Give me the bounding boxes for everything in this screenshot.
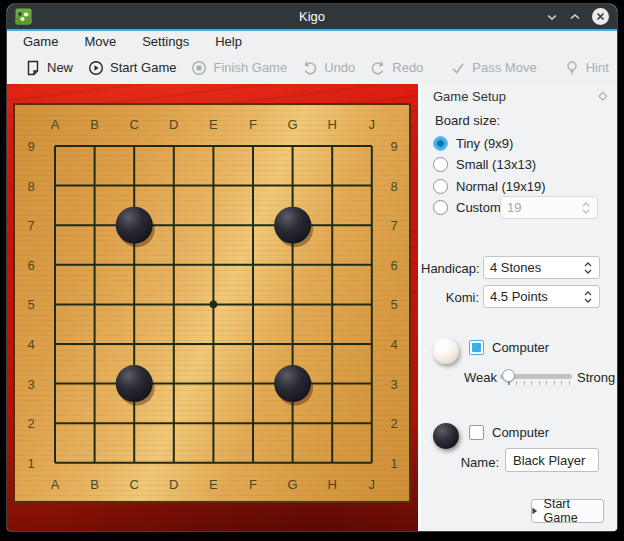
column-label: C <box>129 117 138 132</box>
row-label: 1 <box>27 455 34 470</box>
menu-bar: Game Move Settings Help <box>7 31 617 51</box>
game-setup-panel: Game Setup ◇ Board size: Tiny (9x9) Smal… <box>418 84 617 531</box>
radio-small[interactable]: Small (13x13) <box>433 157 536 172</box>
black-player-name-input[interactable] <box>505 448 599 472</box>
custom-size-spinbox[interactable]: 19 <box>500 196 598 219</box>
maximize-button[interactable] <box>569 13 581 21</box>
redo-arrow-icon <box>370 60 386 76</box>
name-label: Name: <box>421 455 499 470</box>
radio-custom[interactable]: Custom: <box>433 200 504 215</box>
close-button[interactable] <box>592 8 609 25</box>
menu-game[interactable]: Game <box>23 34 58 49</box>
black-stone[interactable] <box>274 207 311 244</box>
menu-help[interactable]: Help <box>215 34 242 49</box>
start-game-panel-button[interactable]: Start Game <box>531 499 604 523</box>
row-label: 9 <box>390 139 397 154</box>
window-title: Kigo <box>7 4 617 29</box>
white-stone-image <box>433 338 459 364</box>
column-label: H <box>327 477 336 492</box>
spinner-arrows-icon[interactable] <box>581 200 591 216</box>
radio-circle[interactable] <box>433 200 448 215</box>
checkmark-icon <box>450 60 466 76</box>
row-label: 3 <box>27 376 34 391</box>
white-computer-checkbox[interactable] <box>469 340 484 355</box>
komi-spinbox[interactable]: 4.5 Points <box>483 285 600 308</box>
kigo-window: Kigo Game Move Settings Help <box>7 4 617 531</box>
column-label: B <box>90 117 99 132</box>
go-board-area[interactable]: AABBCCDDEEFFGGHHJJ998877665544332211 <box>7 84 418 531</box>
pass-move-button[interactable]: Pass Move <box>450 60 536 76</box>
row-label: 6 <box>390 257 397 272</box>
radio-circle[interactable] <box>433 136 448 151</box>
column-label: C <box>129 477 138 492</box>
radio-tiny[interactable]: Tiny (9x9) <box>433 136 513 151</box>
lightbulb-icon <box>564 60 580 76</box>
column-label: G <box>288 117 298 132</box>
column-label: J <box>369 477 376 492</box>
black-stone[interactable] <box>116 365 153 402</box>
toolbar: New Start Game Finish Game Undo <box>7 51 617 84</box>
hint-button[interactable]: Hint <box>564 60 609 76</box>
row-label: 8 <box>390 178 397 193</box>
chevron-up-icon <box>569 13 581 21</box>
spinner-arrows-icon[interactable] <box>583 289 593 305</box>
new-button[interactable]: New <box>25 60 73 76</box>
finish-game-button[interactable]: Finish Game <box>191 60 287 76</box>
column-label: J <box>369 117 376 132</box>
title-bar[interactable]: Kigo <box>7 4 617 29</box>
black-stone[interactable] <box>274 365 311 402</box>
board-grid[interactable] <box>15 105 409 501</box>
column-label: H <box>327 117 336 132</box>
menu-settings[interactable]: Settings <box>142 34 189 49</box>
black-computer-checkbox-row[interactable]: Computer <box>469 425 549 440</box>
column-label: A <box>51 117 60 132</box>
panel-title: Game Setup <box>433 89 506 104</box>
undo-arrow-icon <box>302 60 318 76</box>
column-label: G <box>288 477 298 492</box>
spinner-arrows-icon[interactable] <box>583 260 593 276</box>
radio-circle[interactable] <box>433 157 448 172</box>
chevron-down-icon <box>546 13 558 21</box>
row-label: 4 <box>390 337 397 352</box>
strength-strong-label: Strong <box>577 370 615 385</box>
radio-circle[interactable] <box>433 179 448 194</box>
row-label: 9 <box>27 139 34 154</box>
row-label: 8 <box>27 178 34 193</box>
row-label: 2 <box>390 416 397 431</box>
row-label: 5 <box>27 297 34 312</box>
dock-float-icon[interactable]: ◇ <box>599 89 607 102</box>
column-label: E <box>209 117 218 132</box>
play-circle-icon <box>88 60 104 76</box>
column-label: D <box>169 477 178 492</box>
strength-slider-ticks <box>509 381 573 385</box>
column-label: E <box>209 477 218 492</box>
row-label: 1 <box>390 455 397 470</box>
play-triangle-icon <box>532 507 538 515</box>
stop-circle-icon <box>191 60 207 76</box>
row-label: 6 <box>27 257 34 272</box>
row-label: 7 <box>390 218 397 233</box>
strength-weak-label: Weak <box>421 370 497 385</box>
black-stone-image <box>433 423 459 449</box>
column-label: F <box>249 477 257 492</box>
white-computer-checkbox-row[interactable]: Computer <box>469 340 549 355</box>
column-label: F <box>249 117 257 132</box>
star-point <box>210 301 218 309</box>
minimize-button[interactable] <box>546 13 558 21</box>
redo-button[interactable]: Redo <box>370 60 423 76</box>
row-label: 2 <box>27 416 34 431</box>
row-label: 5 <box>390 297 397 312</box>
new-document-icon <box>25 60 41 76</box>
go-board[interactable]: AABBCCDDEEFFGGHHJJ998877665544332211 <box>13 103 411 503</box>
radio-normal[interactable]: Normal (19x19) <box>433 179 546 194</box>
undo-button[interactable]: Undo <box>302 60 355 76</box>
row-label: 3 <box>390 376 397 391</box>
start-game-button[interactable]: Start Game <box>88 60 176 76</box>
black-computer-checkbox[interactable] <box>469 425 484 440</box>
handicap-spinbox[interactable]: 4 Stones <box>483 256 600 279</box>
board-size-label: Board size: <box>435 113 500 128</box>
black-stone[interactable] <box>116 207 153 244</box>
row-label: 4 <box>27 337 34 352</box>
column-label: D <box>169 117 178 132</box>
menu-move[interactable]: Move <box>84 34 116 49</box>
